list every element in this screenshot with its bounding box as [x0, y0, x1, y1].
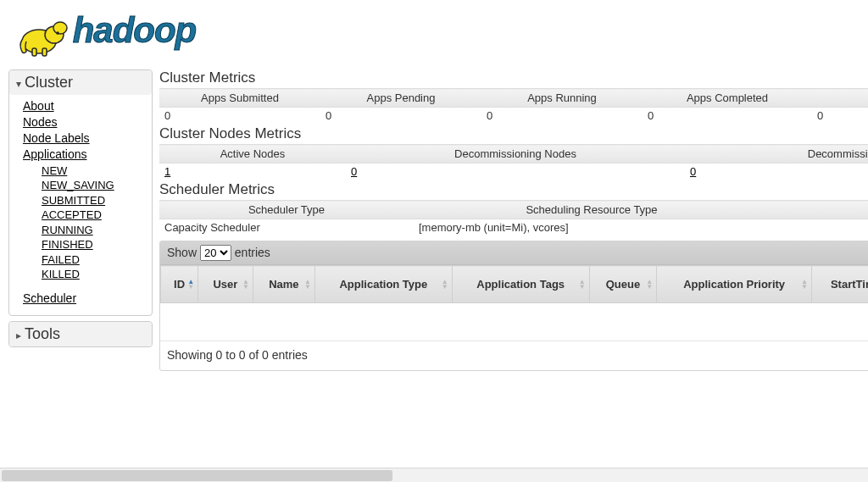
col-name[interactable]: Name▲▼: [253, 266, 314, 303]
th-decommissioned[interactable]: Decommissione: [685, 145, 868, 163]
val-apps-completed: 0: [643, 108, 812, 125]
show-label-suffix: entries: [235, 246, 270, 259]
tools-title: Tools: [25, 325, 60, 343]
table-row: Capacity Scheduler [memory-mb (unit=Mi),…: [159, 219, 868, 236]
svg-point-5: [56, 31, 59, 35]
tools-panel: Tools: [8, 321, 153, 347]
val-apps-submitted: 0: [159, 108, 320, 125]
sidebar-link-applications[interactable]: Applications: [23, 147, 148, 163]
cluster-metrics-title: Cluster Metrics: [159, 69, 868, 86]
link-decommissioned[interactable]: 0: [690, 165, 696, 178]
sidebar-link-nodes[interactable]: Nodes: [23, 114, 148, 130]
table-info: Showing 0 to 0 of 0 entries: [160, 341, 868, 370]
col-apptype[interactable]: Application Type▲▼: [314, 266, 452, 303]
horizontal-scrollbar[interactable]: [0, 468, 868, 482]
elephant-icon: [17, 18, 70, 61]
main-content: Cluster Metrics Apps Submitted Apps Pend…: [159, 69, 868, 371]
sidebar-link-running[interactable]: RUNNING: [42, 223, 148, 238]
brand-text: hadoop: [73, 10, 197, 50]
sidebar-link-killed[interactable]: KILLED: [42, 267, 148, 282]
th-apps-running[interactable]: Apps Running: [481, 89, 643, 108]
val-resource-type: [memory-mb (unit=Mi), vcores]: [414, 219, 770, 236]
svg-point-2: [53, 22, 67, 34]
col-user[interactable]: User▲▼: [198, 266, 253, 303]
val-scheduler-type: Capacity Scheduler: [159, 219, 414, 236]
th-apps-pending[interactable]: Apps Pending: [320, 89, 481, 108]
val-apps-running: 0: [481, 108, 643, 125]
caret-right-icon: [16, 325, 21, 343]
svg-rect-4: [42, 48, 47, 56]
scheduler-metrics-table: Scheduler Type Scheduling Resource Type …: [159, 200, 868, 235]
sidebar-link-finished[interactable]: FINISHED: [42, 237, 148, 252]
cluster-title: Cluster: [25, 74, 73, 91]
link-decomm-nodes[interactable]: 0: [351, 165, 357, 178]
sidebar-link-scheduler[interactable]: Scheduler: [23, 291, 148, 307]
sidebar-link-new[interactable]: NEW: [42, 163, 148, 179]
th-apps-submitted[interactable]: Apps Submitted: [159, 89, 320, 108]
caret-down-icon: [16, 74, 21, 91]
table-row: 1 0 0: [159, 163, 868, 180]
col-id[interactable]: ID▲▼: [161, 266, 198, 303]
table-row: 0 0 0 0 0: [159, 108, 868, 125]
th-active-nodes[interactable]: Active Nodes: [159, 145, 346, 163]
cluster-panel: Cluster About Nodes Node Labels Applicat…: [8, 69, 153, 316]
svg-rect-3: [32, 48, 36, 56]
sidebar-link-about[interactable]: About: [23, 98, 148, 114]
val-min-alloc: <memory:102: [770, 219, 868, 236]
col-queue[interactable]: Queue▲▼: [589, 266, 657, 303]
col-starttime[interactable]: StartTime▲▼: [811, 266, 868, 303]
applications-table: Show 20 entries ID▲▼ User▲▼ Name▲▼ Appli…: [159, 241, 868, 371]
empty-row: [161, 303, 869, 341]
cluster-panel-header[interactable]: Cluster: [9, 70, 152, 95]
cluster-metrics-table: Apps Submitted Apps Pending Apps Running…: [159, 88, 868, 124]
table-length-control: Show 20 entries: [160, 241, 868, 265]
scheduler-metrics-title: Scheduler Metrics: [159, 181, 868, 198]
sidebar-link-submitted[interactable]: SUBMITTED: [42, 193, 148, 208]
sidebar-link-new-saving[interactable]: NEW_SAVING: [42, 178, 148, 193]
sidebar-link-failed[interactable]: FAILED: [42, 252, 148, 268]
sidebar-link-node-labels[interactable]: Node Labels: [23, 130, 148, 147]
col-priority[interactable]: Application Priority▲▼: [657, 266, 812, 303]
col-apptags[interactable]: Application Tags▲▼: [452, 266, 589, 303]
val-containers: 0: [812, 108, 868, 125]
th-min-alloc[interactable]: [770, 201, 868, 219]
nodes-metrics-title: Cluster Nodes Metrics: [159, 125, 868, 142]
sidebar: Cluster About Nodes Node Labels Applicat…: [8, 69, 153, 352]
th-containers[interactable]: Contain: [812, 89, 868, 108]
th-scheduler-type[interactable]: Scheduler Type: [159, 201, 414, 219]
nodes-metrics-table: Active Nodes Decommissioning Nodes Decom…: [159, 144, 868, 180]
tools-panel-header[interactable]: Tools: [9, 322, 152, 346]
show-label-prefix: Show: [167, 246, 197, 259]
th-resource-type[interactable]: Scheduling Resource Type: [414, 201, 770, 219]
th-decomm-nodes[interactable]: Decommissioning Nodes: [346, 145, 685, 163]
scrollbar-thumb[interactable]: [2, 470, 392, 481]
header-logo: hadoop: [8, 7, 868, 69]
app-states: NEW NEW_SAVING SUBMITTED ACCEPTED RUNNIN…: [23, 163, 148, 285]
link-active-nodes[interactable]: 1: [164, 165, 170, 178]
th-apps-completed[interactable]: Apps Completed: [643, 89, 812, 108]
val-apps-pending: 0: [320, 108, 481, 125]
page-size-select[interactable]: 20: [200, 245, 231, 261]
sidebar-link-accepted[interactable]: ACCEPTED: [42, 208, 148, 223]
